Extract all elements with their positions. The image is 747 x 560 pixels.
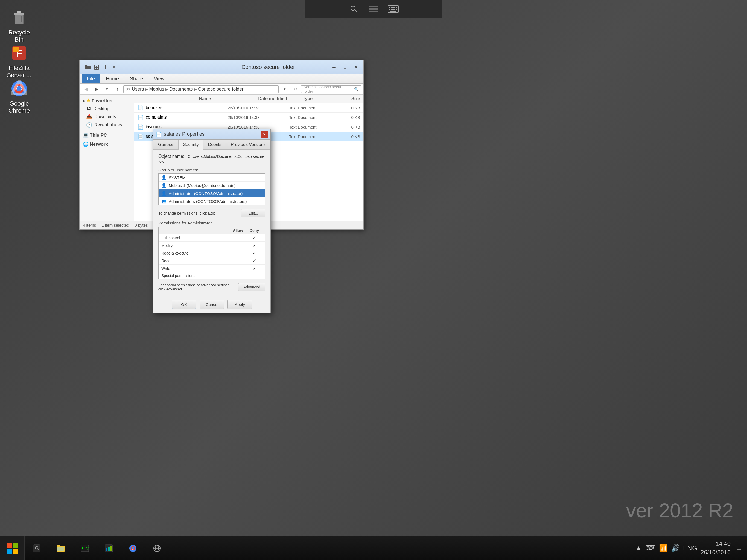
perm-name-read: Read (161, 259, 230, 263)
file-icon-salaries: 📄 (137, 133, 144, 139)
tray-clock[interactable]: 14:40 26/10/2016 (700, 540, 730, 557)
back-button[interactable]: ◀ (82, 85, 91, 93)
network-label: Network (90, 142, 108, 147)
perm-name-readexec: Read & execute (161, 251, 230, 255)
maximize-button[interactable]: □ (340, 63, 350, 72)
file-row-complaints[interactable]: 📄 complaints 26/10/2016 14:38 Text Docum… (134, 113, 363, 122)
ok-button[interactable]: OK (172, 300, 196, 309)
user-mobius[interactable]: 👤 Mobius 1 (Mobius@contoso.domain) (159, 182, 265, 189)
file-type-invoices: Text Document (289, 125, 338, 129)
chrome-icon (9, 79, 29, 98)
nav-desktop[interactable]: 🖥 Desktop (80, 105, 134, 113)
dialog-file-icon: 📄 (156, 131, 162, 137)
up-button[interactable]: ↑ (113, 85, 122, 93)
tab-general[interactable]: General (153, 140, 178, 149)
this-pc-section[interactable]: 💻 This PC (80, 131, 134, 139)
bc-documents[interactable]: Documents (169, 86, 193, 92)
svg-rect-14 (390, 11, 396, 12)
qa-icon-new[interactable] (93, 63, 100, 71)
nav-recent-label: Recent places (94, 123, 122, 127)
recycle-bin-icon (9, 8, 29, 27)
recent-button[interactable]: ▼ (103, 85, 111, 93)
taskbar-btn-task[interactable] (97, 536, 121, 560)
desktop-icon-chrome[interactable]: Google Chrome (3, 77, 35, 117)
dialog-close-button[interactable]: ✕ (261, 131, 268, 137)
dialog-tabs: General Security Details Previous Versio… (153, 140, 271, 150)
tab-share[interactable]: Share (125, 74, 148, 83)
tab-file[interactable]: File (82, 74, 100, 83)
tray-keyboard-icon[interactable]: ⌨ (645, 544, 656, 552)
refresh-button[interactable]: ↻ (291, 85, 300, 93)
tray-volume-icon[interactable]: 🔊 (671, 544, 680, 552)
user-administrators[interactable]: 👥 Administrators (CONTOSO\Administrators… (159, 198, 265, 205)
nav-recent[interactable]: 🕐 Recent places (80, 121, 134, 129)
desktop-icon-filezilla[interactable]: F FileZilla Server ... (3, 41, 35, 81)
user-name-mobius: Mobius 1 (Mobius@contoso.domain) (169, 183, 236, 188)
search-box[interactable]: Search Contoso secure folder 🔍 (301, 85, 361, 93)
qa-chevron[interactable]: ▼ (110, 63, 118, 71)
taskbar-btn-network[interactable] (145, 536, 169, 560)
bc-users[interactable]: Users (132, 86, 144, 92)
perm-read: Read ✓ (159, 257, 265, 265)
tab-details[interactable]: Details (203, 140, 226, 149)
address-path[interactable]: ≫ Users ▶ Mobius ▶ Documents ▶ Contoso s… (123, 85, 279, 93)
bc-folder[interactable]: Contoso secure folder (198, 86, 243, 92)
tray-expand-icon[interactable]: ▲ (635, 544, 642, 552)
tray-language[interactable]: ENG (683, 544, 697, 552)
tab-security[interactable]: Security (178, 140, 203, 150)
path-dropdown[interactable]: ▼ (280, 85, 289, 93)
file-size-salaries: 0 KB (338, 134, 360, 139)
col-type[interactable]: Type (303, 96, 338, 101)
close-button[interactable]: ✕ (351, 63, 361, 72)
file-row-bonuses[interactable]: 📄 bonuses 26/10/2016 14:38 Text Document… (134, 103, 363, 113)
svg-rect-16 (14, 13, 24, 15)
perm-full-control: Full control ✓ (159, 234, 265, 242)
network-section[interactable]: 🌐 Network (80, 140, 134, 148)
svg-rect-6 (389, 7, 390, 8)
apply-button[interactable]: Apply (228, 300, 252, 309)
advanced-button[interactable]: Advanced (238, 283, 265, 291)
tab-home[interactable]: Home (101, 74, 124, 83)
explorer-title: Contoso secure folder (208, 64, 329, 70)
cancel-button[interactable]: Cancel (200, 300, 224, 309)
qa-icon-folder[interactable] (84, 63, 92, 71)
change-permissions-text: To change permissions, click Edit. (158, 211, 216, 215)
object-name-field: Object name: C:\Users\Mobius\Documents\C… (158, 154, 265, 164)
taskbar-btn-chrome[interactable] (121, 536, 145, 560)
user-administrator[interactable]: 👤 Administrator (CONTOSO\Administrator) (159, 189, 265, 198)
svg-rect-23 (13, 47, 19, 52)
minimize-button[interactable]: ─ (329, 63, 339, 72)
dialog-buttons: OK Cancel Apply (153, 296, 271, 313)
file-type-complaints: Text Document (289, 115, 338, 120)
user-system[interactable]: 👤 SYSTEM (159, 174, 265, 182)
file-date-complaints: 26/10/2016 14:38 (228, 115, 289, 120)
downloads-nav-icon: 📥 (86, 114, 92, 120)
desktop-icon-recycle-bin[interactable]: Recycle Bin (3, 5, 35, 45)
col-size[interactable]: Size (338, 96, 360, 101)
nav-downloads[interactable]: 📥 Downloads (80, 113, 134, 121)
taskbar-btn-cmd[interactable]: C:\> (73, 536, 97, 560)
qa-icon-up[interactable]: ⬆ (101, 63, 109, 71)
search-button[interactable] (346, 1, 361, 17)
favorites-section[interactable]: ▶ ★ Favorites (80, 97, 134, 105)
keyboard-button[interactable] (386, 1, 401, 17)
user-name-system: SYSTEM (169, 175, 186, 180)
menu-button[interactable] (366, 1, 381, 17)
user-name-administrator: Administrator (CONTOSO\Administrator) (169, 191, 243, 196)
permissions-label: Permissions for Administrator (158, 221, 265, 225)
taskbar-btn-search[interactable] (25, 536, 49, 560)
forward-button[interactable]: ▶ (92, 85, 101, 93)
edit-button[interactable]: Edit... (241, 209, 265, 218)
taskbar-btn-explorer[interactable] (49, 536, 73, 560)
explorer-titlebar: ⬆ ▼ Contoso secure folder ─ □ ✕ (80, 60, 363, 74)
clock-time: 14:40 (700, 540, 730, 548)
tab-previous-versions[interactable]: Previous Versions (226, 140, 271, 149)
col-date[interactable]: Date modified (258, 96, 303, 101)
window-controls: ─ □ ✕ (329, 63, 361, 72)
bc-mobius[interactable]: Mobius (149, 86, 164, 92)
tab-view[interactable]: View (149, 74, 170, 83)
start-button[interactable] (0, 536, 25, 560)
tray-show-desktop-icon[interactable]: ▭ (734, 545, 742, 552)
tray-network-icon[interactable]: 📶 (659, 544, 668, 552)
col-name[interactable]: Name (199, 96, 258, 101)
